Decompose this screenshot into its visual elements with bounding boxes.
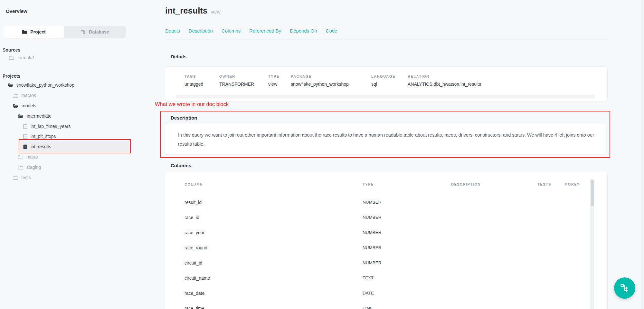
column-header-tests: TESTS (537, 182, 551, 186)
lineage-graph-icon (620, 283, 630, 293)
details-footer-strip (176, 95, 595, 99)
column-type-cell: NUMBER (363, 260, 382, 265)
tree-item-label: int_lap_times_years (31, 124, 71, 129)
folder-open-icon (18, 114, 24, 118)
database-toggle-label: Database (89, 29, 109, 34)
sources-heading: Sources (3, 47, 20, 53)
projects-heading: Projects (3, 73, 20, 79)
project-toggle-button[interactable]: Project (3, 26, 64, 38)
details-field-package: PACKAGE snowflake_python_workshop (291, 74, 349, 87)
tree-item-label: int_pit_stops (31, 134, 56, 139)
description-card: In this query we want to join out other … (165, 123, 606, 155)
table-scrollbar-thumb[interactable] (591, 180, 594, 206)
tree-item-label: int_results (31, 144, 51, 149)
field-label: PACKAGE (291, 74, 349, 78)
field-label: LANGUAGE (371, 74, 395, 78)
column-name-cell: race_id (185, 215, 199, 220)
column-header-type: TYPE (363, 182, 374, 186)
sidebar: Overview Project Database (0, 0, 129, 309)
column-name-cell: circuit_name (185, 275, 210, 281)
table-row[interactable]: race_year NUMBER (165, 226, 607, 241)
column-header-more: MORE? (564, 182, 580, 186)
columns-card: COLUMN TYPE DESCRIPTION TESTS MORE? resu… (165, 172, 608, 309)
table-row[interactable]: circuit_id NUMBER (165, 256, 607, 271)
view-toggle: Project Database (3, 26, 126, 38)
field-value: TRANSFORMER (219, 82, 254, 87)
tab-columns[interactable]: Columns (222, 28, 241, 34)
sidebar-item-marts[interactable]: marts (18, 153, 38, 160)
column-type-cell: NUMBER (363, 245, 382, 250)
sidebar-item-snowflake-python-workshop[interactable]: snowflake_python_workshop (8, 82, 74, 89)
tree-item-label: tests (21, 175, 31, 180)
tab-details[interactable]: Details (165, 28, 180, 34)
tab-depends-on[interactable]: Depends On (290, 28, 317, 34)
column-type-cell: TIME (363, 306, 373, 309)
details-field-relation: RELATION ANALYTICS.dbt_hwatson.int_resul… (408, 74, 481, 87)
sidebar-item-formula1[interactable]: formula1 (9, 54, 35, 61)
tab-code[interactable]: Code (326, 28, 337, 34)
details-card: TAGS untagged OWNER TRANSFORMER TYPE vie… (165, 66, 608, 101)
tree-item-label: macros (21, 93, 36, 98)
page-title-subtype: view (211, 9, 221, 14)
table-row[interactable]: race_date DATE (165, 286, 607, 301)
sidebar-item-staging[interactable]: staging (18, 164, 41, 171)
tree-item-label: staging (26, 165, 41, 170)
table-row[interactable]: race_round NUMBER (165, 241, 607, 256)
page-title: int_results (165, 6, 208, 15)
sidebar-item-int-pit-stops[interactable]: int_pit_stops (23, 133, 56, 140)
column-name-cell: result_id (185, 200, 202, 205)
column-name-cell: circuit_id (185, 260, 202, 266)
tree-item-label: intermediate (27, 113, 52, 119)
dbt-docs-page: Overview Project Database (0, 0, 644, 309)
sidebar-item-int-results[interactable]: int_results (23, 143, 51, 150)
description-section-heading: Description (171, 115, 197, 121)
sidebar-item-tests[interactable]: tests (13, 174, 31, 181)
table-scrollbar[interactable] (590, 179, 594, 309)
column-header-description: DESCRIPTION (451, 182, 481, 186)
description-body: In this query we want to join out other … (178, 130, 597, 149)
columns-table-body: result_id NUMBER race_id NUMBER race_yea… (165, 195, 607, 309)
column-name-cell: race_year (185, 230, 204, 235)
page-title-row: int_resultsview (165, 6, 221, 16)
field-label: OWNER (219, 74, 254, 78)
project-toggle-label: Project (30, 29, 45, 34)
details-section-heading: Details (171, 54, 186, 59)
column-type-cell: NUMBER (363, 230, 382, 235)
folder-open-icon (13, 104, 18, 108)
folder-closed-icon (9, 56, 14, 60)
sidebar-item-intermediate[interactable]: intermediate (18, 112, 52, 120)
table-row[interactable]: race_time TIME (165, 301, 607, 309)
tab-description[interactable]: Description (189, 28, 213, 34)
field-value: ANALYTICS.dbt_hwatson.int_results (408, 82, 481, 87)
tab-divider (165, 40, 608, 40)
details-field-tags: TAGS untagged (185, 74, 203, 87)
table-row[interactable]: result_id NUMBER (165, 195, 607, 210)
table-row[interactable]: circuit_name TEXT (165, 271, 607, 286)
lineage-tree-icon (81, 29, 86, 34)
overview-heading: Overview (6, 8, 27, 14)
folder-closed-icon (18, 155, 23, 159)
page-scrollbar[interactable] (641, 0, 643, 309)
lineage-graph-button[interactable] (614, 277, 635, 299)
tree-item-label: formula1 (17, 55, 35, 60)
sidebar-item-macros[interactable]: macros (13, 92, 36, 99)
table-row[interactable]: race_id NUMBER (165, 210, 607, 226)
column-name-cell: race_time (185, 306, 204, 309)
sidebar-item-int-lap-times-years[interactable]: int_lap_times_years (23, 123, 71, 130)
column-type-cell: DATE (363, 291, 374, 295)
database-toggle-button[interactable]: Database (64, 26, 126, 38)
column-name-cell: race_date (185, 291, 204, 296)
tab-bar: Details Description Columns Referenced B… (165, 28, 337, 34)
field-label: RELATION (408, 74, 481, 78)
tab-referenced-by[interactable]: Referenced By (249, 28, 281, 34)
field-label: TAGS (185, 74, 203, 78)
field-value: snowflake_python_workshop (291, 82, 349, 87)
sidebar-item-models[interactable]: models (13, 102, 36, 109)
column-name-cell: race_round (185, 245, 207, 250)
folder-closed-icon (13, 176, 18, 180)
file-filled-icon (23, 144, 27, 149)
details-field-language: LANGUAGE sql (371, 74, 395, 87)
tree-item-label: snowflake_python_workshop (16, 82, 74, 88)
details-field-owner: OWNER TRANSFORMER (219, 74, 254, 87)
column-type-cell: TEXT (363, 275, 374, 280)
